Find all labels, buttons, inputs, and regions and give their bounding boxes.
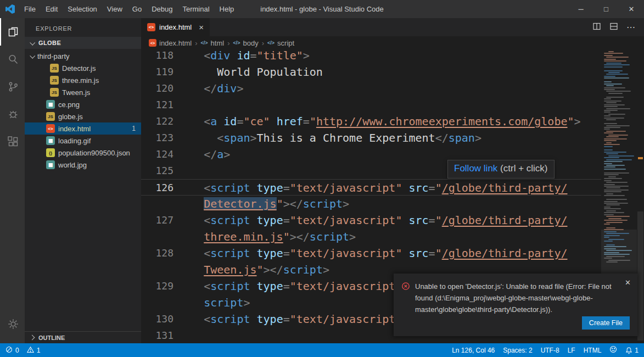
code-line-122[interactable]: 122 <a id="ce" href="http://www.chromeex…	[141, 113, 601, 130]
code-link[interactable]: three.min.js	[204, 230, 283, 243]
line-number[interactable]: 119	[141, 64, 177, 80]
breadcrumb-item-script[interactable]: </>script	[267, 39, 294, 47]
activity-bar	[0, 18, 25, 343]
errors-count: 0	[15, 347, 19, 354]
line-number[interactable]: 126	[141, 180, 177, 195]
problems-status[interactable]: 0 1	[5, 346, 40, 355]
image-file-icon: ▦	[46, 136, 55, 145]
code-text: </a>	[177, 146, 230, 163]
line-number[interactable]: 127	[141, 212, 177, 228]
tree-item-ce-png[interactable]: ▦ce.png	[25, 98, 141, 110]
status-spaces[interactable]: Spaces: 2	[503, 347, 532, 354]
notifications-bell-icon[interactable]: 1	[625, 347, 639, 354]
menu-file[interactable]: File	[19, 0, 41, 18]
code-text: <script type="text/javascript" src="/glo…	[177, 212, 567, 228]
status-html[interactable]: HTML	[584, 347, 602, 354]
line-number[interactable]	[141, 294, 177, 311]
tree-item-tween-js[interactable]: JSTween.js	[25, 86, 141, 98]
scrollbar[interactable]	[637, 49, 644, 343]
breadcrumb-item-body[interactable]: </>body	[233, 39, 259, 47]
breadcrumb-item-html[interactable]: </>html	[201, 39, 225, 47]
line-number[interactable]: 130	[141, 311, 177, 327]
status-right: Ln 126, Col 46Spaces: 2UTF-8LFHTML 1	[452, 345, 639, 355]
tree-item-index-html[interactable]: <>index.html1	[25, 122, 141, 135]
menu-debug[interactable]: Debug	[147, 0, 177, 18]
code-line-118[interactable]: 118 <div id="title">	[141, 49, 601, 64]
line-number[interactable]: 131	[141, 327, 177, 343]
line-number[interactable]: 129	[141, 278, 177, 294]
more-actions-icon[interactable]: ⋯	[626, 22, 636, 32]
status-utf-8[interactable]: UTF-8	[541, 347, 559, 354]
code-link[interactable]: /globe/third-party/	[442, 247, 568, 260]
debug-icon[interactable]	[0, 101, 25, 128]
line-number[interactable]	[141, 261, 177, 278]
create-file-button[interactable]: Create File	[582, 316, 630, 330]
tree-item-detector-js[interactable]: JSDetector.js	[25, 62, 141, 74]
code-line-123[interactable]: 123 <span>This is a Chrome Experiment</s…	[141, 130, 601, 146]
line-number[interactable]	[141, 196, 177, 212]
tree-item-third-party[interactable]: third-party	[25, 50, 141, 62]
line-number[interactable]: 120	[141, 80, 177, 97]
tree-item-three-min-js[interactable]: JSthree.min.js	[25, 74, 141, 86]
symbol-icon: </>	[267, 40, 275, 46]
menu-edit[interactable]: Edit	[41, 0, 63, 18]
globe-section-header[interactable]: GLOBE	[25, 37, 141, 49]
line-number[interactable]: 124	[141, 146, 177, 163]
notification-close-icon[interactable]: ✕	[625, 278, 631, 287]
maximize-button[interactable]: □	[593, 0, 619, 18]
code-link[interactable]: /globe/third-party/	[442, 181, 568, 194]
code-line-127-wrap[interactable]: three.min.js"></script>	[141, 228, 601, 245]
outline-label: OUTLINE	[38, 334, 65, 341]
code-line-126[interactable]: 126 <script type="text/javascript" src="…	[141, 179, 601, 196]
settings-gear-icon[interactable]	[0, 310, 25, 338]
minimize-button[interactable]: ─	[568, 0, 593, 18]
status-lf[interactable]: LF	[568, 347, 575, 354]
code-link[interactable]: /globe/third-party/	[442, 214, 568, 227]
tree-item-globe-js[interactable]: JSglobe.js	[25, 110, 141, 122]
symbol-icon: </>	[233, 40, 240, 46]
section-label: GLOBE	[38, 40, 61, 46]
code-link[interactable]: http://www.chromeexperiments.com/globe	[316, 115, 568, 128]
file-name: Tween.js	[62, 88, 90, 97]
code-line-119[interactable]: 119 World Population	[141, 64, 601, 80]
line-number[interactable]: 123	[141, 130, 177, 146]
menu-help[interactable]: Help	[215, 0, 239, 18]
scrollbar-thumb[interactable]	[637, 211, 643, 341]
tree-item-population909500-json[interactable]: {}population909500.json	[25, 147, 141, 159]
menu-go[interactable]: Go	[127, 0, 147, 18]
explorer-icon[interactable]	[0, 18, 25, 46]
code-text: Tween.js"></script>	[177, 261, 329, 278]
search-icon[interactable]	[0, 46, 25, 73]
code-line-126-wrap[interactable]: Detector.js"></script>	[141, 196, 601, 212]
line-number[interactable]: 121	[141, 97, 177, 113]
line-number[interactable]: 128	[141, 245, 177, 261]
code-line-127[interactable]: 127 <script type="text/javascript" src="…	[141, 212, 601, 228]
code-line-128[interactable]: 128 <script type="text/javascript" src="…	[141, 245, 601, 261]
breadcrumb-item-index-html[interactable]: <>index.html	[149, 39, 192, 47]
code-link[interactable]: Tween.js	[204, 263, 256, 276]
tab-label: index.html	[159, 23, 192, 31]
editor-layout-icon[interactable]	[609, 22, 618, 33]
feedback-smiley-icon[interactable]	[609, 345, 617, 355]
outline-section-header[interactable]: OUTLINE	[25, 331, 141, 343]
code-line-121[interactable]: 121	[141, 97, 601, 113]
status-ln[interactable]: Ln 126, Col 46	[452, 347, 495, 354]
source-control-icon[interactable]	[0, 73, 25, 101]
line-number[interactable]	[141, 228, 177, 245]
code-line-120[interactable]: 120 </div>	[141, 80, 601, 97]
split-editor-icon[interactable]	[592, 22, 601, 33]
line-number[interactable]: 122	[141, 113, 177, 130]
menu-selection[interactable]: Selection	[63, 0, 102, 18]
tree-item-loading-gif[interactable]: ▦loading.gif	[25, 135, 141, 147]
tab-index-html[interactable]: <> index.html ×	[141, 18, 210, 36]
line-number[interactable]: 125	[141, 163, 177, 179]
code-link[interactable]: Detector.js	[204, 197, 276, 210]
menu-view[interactable]: View	[102, 0, 127, 18]
line-number[interactable]: 118	[141, 49, 177, 64]
tab-close-icon[interactable]: ×	[199, 23, 204, 32]
tree-item-world-jpg[interactable]: ▦world.jpg	[25, 159, 141, 171]
follow-link-text[interactable]: Follow link	[454, 163, 497, 174]
menu-terminal[interactable]: Terminal	[177, 0, 214, 18]
extensions-icon[interactable]	[0, 128, 25, 155]
close-button[interactable]: ✕	[619, 0, 644, 18]
